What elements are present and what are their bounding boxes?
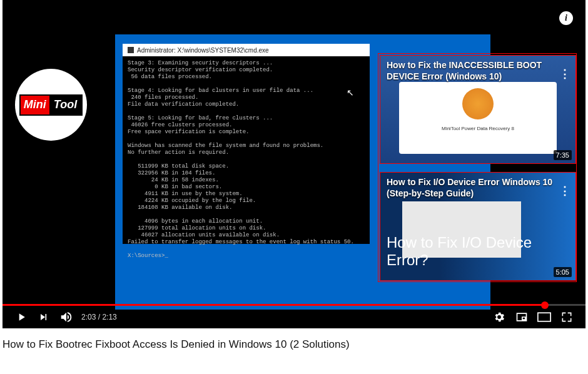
channel-logo[interactable]: Mini Tool [15,69,87,141]
time-display: 2:03 / 2:13 [81,313,117,321]
video-viewport[interactable]: Administrator: X:\windows\SYSTEM32\cmd.e… [3,0,585,328]
total-time: 2:13 [102,313,116,321]
fullscreen-button[interactable] [555,306,578,328]
video-title: How to Fix Bootrec Fixboot Access Is Den… [0,328,588,355]
video-player: Administrator: X:\windows\SYSTEM32\cmd.e… [0,0,588,374]
cmd-output: Stage 3: Examining security descriptors … [123,56,370,263]
endcard-inaccessible-boot[interactable]: MiniTool Power Data Recovery 8 How to Fi… [380,55,576,164]
time-sep: / [96,313,102,321]
cmd-icon [128,47,134,53]
endcard-1-caption: MiniTool Power Data Recovery 8 [399,126,557,131]
endcard-2-duration: 5:05 [554,267,572,277]
next-button[interactable] [33,306,55,328]
current-time: 2:03 [81,313,96,321]
theater-button[interactable] [533,306,555,328]
recovery-icon [462,88,494,119]
settings-button[interactable] [488,306,510,328]
player-controls: 2:03 / 2:13 [3,306,585,328]
miniplayer-button[interactable] [510,306,533,328]
endcard-preview-panel: MiniTool Power Data Recovery 8 [399,82,557,154]
endcard-io-device-error[interactable]: How to Fix I/O Device Error Windows 10 (… [380,172,576,281]
cmd-title-text: Administrator: X:\windows\SYSTEM32\cmd.e… [137,47,269,54]
svg-rect-0 [538,313,550,321]
endcard-2-title: How to Fix I/O Device Error Windows 10 (… [387,176,557,199]
endcard-2-more-icon[interactable]: ⋮ [559,184,570,198]
endcard-1-more-icon[interactable]: ⋮ [559,67,570,81]
play-button[interactable] [10,306,33,328]
endcard-1-duration: 7:35 [554,150,572,160]
endcard-2-overlay-text: How to Fix I/O Device Error? [387,234,575,269]
cmd-terminal-window: Administrator: X:\windows\SYSTEM32\cmd.e… [123,44,370,244]
endcard-1-title: How to Fix the INACCESSIBLE BOOT DEVICE … [387,59,557,82]
endcard-area: MiniTool Power Data Recovery 8 How to Fi… [378,53,577,282]
logo-right: Tool [49,96,81,114]
cmd-titlebar: Administrator: X:\windows\SYSTEM32\cmd.e… [123,44,370,56]
volume-button[interactable] [55,306,78,328]
minitool-logo: Mini Tool [19,94,83,116]
info-icon[interactable]: i [559,11,573,25]
logo-left: Mini [21,96,49,114]
